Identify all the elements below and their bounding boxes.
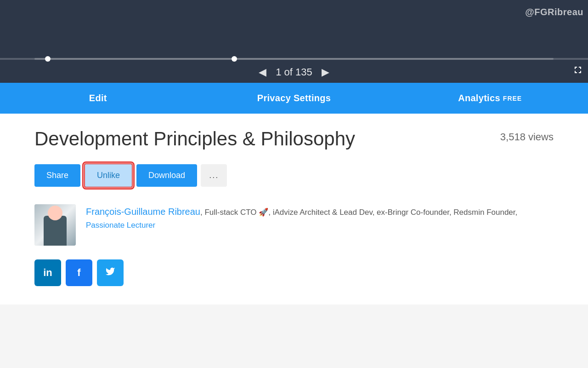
share-button[interactable]: Share xyxy=(34,164,80,187)
avatar-figure xyxy=(44,216,67,246)
author-name-link[interactable]: François-Guillaume Ribreau xyxy=(86,207,200,217)
privacy-settings-button[interactable]: Privacy Settings xyxy=(196,83,392,114)
analytics-label: Analytics xyxy=(458,93,500,104)
unlike-button[interactable]: Unlike xyxy=(84,163,133,188)
main-content: Development Principles & Philosophy 3,51… xyxy=(0,114,588,305)
progress-dot-current xyxy=(232,56,237,62)
next-slide-button[interactable]: ▶ xyxy=(322,66,329,78)
more-options-button[interactable]: ... xyxy=(201,164,227,187)
download-button[interactable]: Download xyxy=(136,164,197,187)
analytics-button[interactable]: Analytics FREE xyxy=(392,83,588,114)
slide-nav-controls: ◀ 1 of 135 ▶ xyxy=(259,66,329,78)
avatar-head xyxy=(48,206,62,220)
facebook-icon: f xyxy=(77,267,80,279)
author-section: François-Guillaume Ribreau, Full-stack C… xyxy=(34,204,554,246)
fullscreen-button[interactable] xyxy=(572,64,583,78)
slideshow-area: @FGRibreau ◀ 1 of 135 ▶ xyxy=(0,0,588,83)
view-count: 3,518 views xyxy=(500,127,554,143)
progress-dot-start xyxy=(45,56,51,62)
passionate-lecturer-link[interactable]: Passionate Lecturer xyxy=(86,221,155,230)
social-buttons: in f xyxy=(34,259,554,286)
interaction-buttons: Share Unlike Download ... xyxy=(34,163,554,188)
twitter-button[interactable] xyxy=(97,259,124,286)
linkedin-button[interactable]: in xyxy=(34,259,61,286)
free-badge: FREE xyxy=(503,95,522,102)
avatar-image xyxy=(34,204,76,246)
title-row: Development Principles & Philosophy 3,51… xyxy=(34,127,554,150)
progress-bar-container[interactable] xyxy=(0,58,588,60)
author-avatar xyxy=(34,204,76,246)
linkedin-icon: in xyxy=(43,267,52,279)
watermark: @FGRibreau xyxy=(525,7,583,17)
facebook-button[interactable]: f xyxy=(66,259,92,286)
slide-counter: 1 of 135 xyxy=(276,66,312,78)
author-info: François-Guillaume Ribreau, Full-stack C… xyxy=(86,204,554,231)
progress-track[interactable] xyxy=(34,58,554,60)
action-buttons-row: Edit Privacy Settings Analytics FREE xyxy=(0,83,588,114)
prev-slide-button[interactable]: ◀ xyxy=(259,66,266,78)
twitter-icon xyxy=(105,266,115,279)
edit-button[interactable]: Edit xyxy=(0,83,196,114)
presentation-title: Development Principles & Philosophy xyxy=(34,127,355,150)
